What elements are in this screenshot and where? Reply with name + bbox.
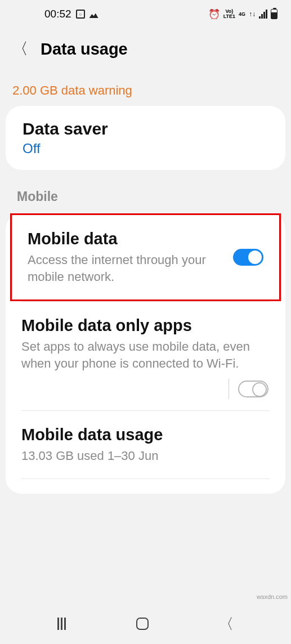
battery-icon: [271, 9, 277, 19]
mobile-data-title: Mobile data: [28, 230, 226, 248]
network-4g-icon: 4G: [239, 12, 245, 17]
recents-button[interactable]: [57, 618, 66, 630]
data-warning-label: 2.00 GB data warning: [0, 71, 291, 102]
status-left: 00:52: [14, 8, 99, 20]
mobile-data-only-row[interactable]: Mobile data only apps Set apps to always…: [6, 302, 285, 378]
data-arrows-icon: ↑↓: [249, 10, 256, 18]
data-saver-state: Off: [23, 141, 268, 156]
data-saver-card[interactable]: Data saver Off: [6, 106, 285, 170]
mobile-data-only-sub: Set apps to always use mobile data, even…: [21, 338, 270, 372]
picture-icon: [89, 10, 99, 18]
navigation-bar: 〈: [0, 603, 291, 644]
alarm-icon: ⏰: [208, 8, 220, 20]
status-bar: 00:52 ⏰ Vo) LTE1 4G ↑↓: [0, 0, 291, 27]
back-button[interactable]: 〈: [219, 614, 234, 634]
status-right: ⏰ Vo) LTE1 4G ↑↓: [208, 8, 277, 20]
mobile-data-row[interactable]: Mobile data Access the internet through …: [12, 215, 279, 299]
mobile-data-only-toggle-row: [6, 379, 285, 410]
page-title: Data usage: [41, 40, 128, 59]
mobile-data-usage-row[interactable]: Mobile data usage 13.03 GB used 1–30 Jun: [6, 411, 285, 479]
volte-icon: Vo) LTE1: [223, 9, 235, 19]
mobile-data-sub: Access the internet through your mobile …: [28, 252, 226, 285]
home-button[interactable]: [136, 618, 149, 630]
billing-cycle-title-cutoff[interactable]: Billing cycle and data: [6, 479, 285, 491]
mobile-card: Mobile data Access the internet through …: [6, 213, 285, 494]
toggle-separator: [229, 379, 229, 399]
data-saver-title: Data saver: [23, 119, 268, 138]
mobile-data-usage-sub: 13.03 GB used 1–30 Jun: [21, 448, 270, 464]
mobile-data-toggle[interactable]: [233, 249, 263, 266]
section-mobile-label: Mobile: [0, 173, 291, 210]
signal-icon: [259, 10, 267, 19]
mobile-data-only-title: Mobile data only apps: [21, 316, 270, 335]
mobile-data-only-toggle[interactable]: [238, 381, 268, 397]
mobile-data-highlight: Mobile data Access the internet through …: [10, 213, 281, 301]
page-header: 〈 Data usage: [0, 27, 291, 71]
status-time: 00:52: [44, 8, 71, 20]
watermark: wsxdn.com: [257, 593, 288, 600]
mobile-data-usage-title: Mobile data usage: [21, 426, 270, 444]
back-icon[interactable]: 〈: [12, 38, 28, 60]
stop-icon: [76, 10, 85, 19]
